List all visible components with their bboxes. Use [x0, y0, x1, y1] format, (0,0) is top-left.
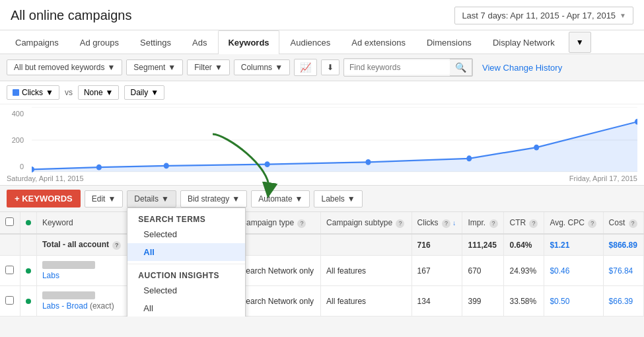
page-header: All online campaigns Last 7 days: Apr 11… [0, 0, 644, 30]
date-range-button[interactable]: Last 7 days: Apr 11, 2015 - Apr 17, 2015… [454, 7, 633, 24]
more-tabs-button[interactable]: ▼ [569, 32, 591, 53]
compare-metric-button[interactable]: None ▼ [78, 85, 120, 100]
campaign-link[interactable]: Labs - Broad [42, 301, 88, 311]
help-icon: ? [588, 219, 596, 228]
avg-cpc-col-header: Avg. CPC ? [544, 212, 603, 234]
help-icon: ? [489, 219, 498, 228]
columns-button[interactable]: Columns ▼ [234, 59, 290, 75]
search-terms-all[interactable]: All [127, 243, 245, 261]
total-ctr-cell: 0.64% [504, 234, 544, 256]
chevron-down-icon: ▼ [168, 63, 176, 72]
svg-point-7 [265, 161, 270, 167]
auction-insights-selected[interactable]: Selected [127, 281, 245, 299]
cost-col-header: Cost ? [603, 212, 643, 234]
tab-ad-extensions[interactable]: Ad extensions [341, 30, 415, 54]
row2-clicks-cell: 134 [411, 286, 462, 317]
help-icon: ? [442, 219, 450, 228]
row1-impr-cell: 670 [462, 256, 504, 286]
tab-keywords[interactable]: Keywords [218, 30, 279, 54]
svg-point-8 [365, 159, 371, 165]
row1-ctr-cell: 24.93% [504, 256, 544, 286]
frequency-button[interactable]: Daily ▼ [124, 85, 164, 100]
chevron-down-icon: ▼ [620, 12, 626, 19]
add-keywords-button[interactable]: + KEYWORDS [7, 190, 81, 207]
total-cost-cell: $866.89 [603, 234, 643, 256]
svg-marker-3 [32, 122, 637, 172]
clicks-metric-button[interactable]: Clicks ▼ [7, 85, 59, 100]
tab-campaigns[interactable]: Campaigns [5, 30, 69, 54]
svg-point-6 [164, 163, 169, 168]
chevron-down-icon: ▼ [151, 88, 159, 97]
help-icon: ? [396, 219, 404, 228]
labels-button[interactable]: Labels ▼ [314, 190, 362, 207]
chevron-down-icon: ▼ [295, 194, 303, 204]
help-icon: ? [629, 219, 637, 228]
row2-status-dot-cell [20, 286, 36, 317]
segment-button[interactable]: Segment ▼ [126, 59, 183, 75]
select-all-checkbox-header[interactable] [0, 212, 20, 234]
chart-y-200: 200 [7, 136, 24, 144]
tab-settings[interactable]: Settings [130, 30, 181, 54]
automate-button[interactable]: Automate ▼ [251, 190, 310, 207]
tab-ads[interactable]: Ads [182, 30, 217, 54]
filter-keywords-button[interactable]: All but removed keywords ▼ [7, 59, 122, 75]
tab-audiences[interactable]: Audiences [281, 30, 341, 54]
total-label-cell: Total - all account ? [36, 234, 128, 256]
svg-point-9 [466, 155, 472, 161]
total-impr-cell: 111,245 [462, 234, 504, 256]
keyword-blurred [42, 291, 95, 299]
chart-y-0: 0 [7, 163, 24, 170]
edit-button[interactable]: Edit ▼ [85, 190, 124, 207]
auction-insights-all[interactable]: All [127, 299, 245, 317]
table-row: Labs - Broad (exact) Eligible $3.04 Sear… [0, 286, 644, 317]
chart-y-400: 400 [7, 110, 24, 118]
row1-clicks-cell: 167 [411, 256, 462, 286]
row2-checkbox[interactable] [5, 296, 14, 305]
tab-ad-groups[interactable]: Ad groups [70, 30, 129, 54]
metric-label: Clicks [22, 88, 43, 97]
tab-dimensions[interactable]: Dimensions [417, 30, 482, 54]
chart-icon-button[interactable]: 📈 [294, 59, 317, 76]
row1-checkbox[interactable] [5, 266, 14, 274]
keyword-blurred [42, 261, 95, 269]
row1-checkbox-cell[interactable] [0, 256, 20, 286]
svg-point-5 [96, 165, 102, 170]
add-keywords-label: + KEYWORDS [15, 194, 73, 204]
chevron-down-icon: ▼ [46, 88, 54, 97]
total-campaign-subtype-cell [321, 234, 412, 256]
total-clicks-cell: 716 [411, 234, 462, 256]
row2-checkbox-cell[interactable] [0, 286, 20, 317]
chevron-down-icon: ▼ [106, 88, 114, 97]
row2-ctr-cell: 33.58% [504, 286, 544, 317]
keywords-table-container: Keyword Status ? Max. CPC ? Campaign typ… [0, 212, 644, 317]
metric-color-dot [13, 89, 19, 96]
details-dropdown-menu: SEARCH TERMS Selected All AUCTION INSIGH… [127, 207, 246, 317]
table-header-row: Keyword Status ? Max. CPC ? Campaign typ… [0, 212, 644, 234]
search-terms-selected[interactable]: Selected [127, 225, 245, 243]
download-button[interactable]: ⬇ [321, 59, 340, 75]
row1-avgcpc-cell: $0.46 [544, 256, 603, 286]
total-row: Total - all account ? 716 111,245 0.64% … [0, 234, 644, 256]
tab-display-network[interactable]: Display Network [483, 30, 565, 54]
details-button[interactable]: Details ▼ [127, 190, 176, 207]
campaign-link[interactable]: Labs [42, 271, 59, 280]
chevron-down-icon: ▼ [232, 194, 240, 204]
chevron-down-icon: ▼ [347, 194, 355, 204]
row1-campaign-type-cell: Search Network only [235, 256, 321, 286]
search-input[interactable] [344, 60, 450, 75]
row2-campaign-type-cell: Search Network only [235, 286, 321, 317]
search-button[interactable]: 🔍 [450, 59, 472, 76]
select-all-checkbox[interactable] [5, 217, 14, 226]
bid-strategy-button[interactable]: Bid strategy ▼ [180, 190, 247, 207]
details-dropdown-container: Details ▼ SEARCH TERMS Selected All AUCT… [127, 190, 176, 207]
filter-button[interactable]: Filter ▼ [187, 59, 230, 75]
chart-x-left: Saturday, April 11, 2015 [7, 174, 84, 182]
keyword-col-header[interactable]: Keyword [36, 212, 128, 234]
row1-cost-cell: $76.84 [603, 256, 643, 286]
chart-area: 400 200 0 Saturday, April 11, 2015 Frida [0, 104, 644, 186]
keywords-table: Keyword Status ? Max. CPC ? Campaign typ… [0, 212, 644, 317]
clicks-col-header[interactable]: Clicks ? ↓ [411, 212, 462, 234]
chart-x-right: Friday, April 17, 2015 [569, 174, 637, 182]
svg-point-10 [534, 145, 539, 151]
view-change-history-link[interactable]: View Change History [482, 63, 562, 73]
